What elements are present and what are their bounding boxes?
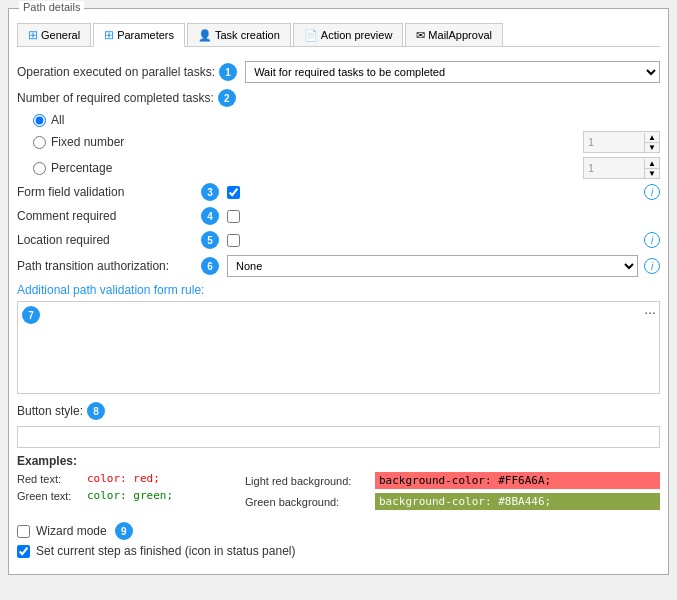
wizard-badge: 9 xyxy=(115,522,133,540)
radio-percentage-row: Percentage ▲ ▼ xyxy=(33,157,660,179)
location-row: Location required 5 i xyxy=(17,231,660,249)
radio-all-row: All xyxy=(33,113,660,127)
tab-mail-approval[interactable]: ✉ MailApproval xyxy=(405,23,503,46)
radio-all-label: All xyxy=(51,113,141,127)
red-text-label: Red text: xyxy=(17,473,87,485)
comment-checkbox[interactable] xyxy=(227,210,240,223)
tab-parameters-label: Parameters xyxy=(117,29,174,41)
location-info-icon[interactable]: i xyxy=(644,232,660,248)
tabs-bar: ⊞ General ⊞ Parameters 👤 Task creation 📄… xyxy=(17,23,660,47)
green-text-example-row: Green text: color: green; xyxy=(17,489,237,502)
button-style-input-row xyxy=(17,426,660,448)
form-field-badge: 3 xyxy=(201,183,219,201)
radio-percentage[interactable] xyxy=(33,162,46,175)
task-creation-tab-icon: 👤 xyxy=(198,29,212,42)
percentage-up-arrow[interactable]: ▲ xyxy=(645,159,659,169)
button-style-badge: 8 xyxy=(87,402,105,420)
action-preview-tab-icon: 📄 xyxy=(304,29,318,42)
required-label: Number of required completed tasks: xyxy=(17,91,214,105)
required-header-row: Number of required completed tasks: 2 xyxy=(17,89,660,107)
light-red-label: Light red background: xyxy=(245,475,375,487)
green-text-code: color: green; xyxy=(87,489,173,502)
tab-parameters[interactable]: ⊞ Parameters xyxy=(93,23,185,47)
location-label: Location required xyxy=(17,233,197,247)
operation-row: Operation executed on parallel tasks: 1 … xyxy=(17,61,660,83)
location-checkbox[interactable] xyxy=(227,234,240,247)
tab-task-creation[interactable]: 👤 Task creation xyxy=(187,23,291,46)
wizard-label: Wizard mode xyxy=(36,524,107,538)
set-current-label: Set current step as finished (icon in st… xyxy=(36,544,295,558)
radio-all[interactable] xyxy=(33,114,46,127)
comment-row: Comment required 4 xyxy=(17,207,660,225)
form-field-row: Form field validation 3 i xyxy=(17,183,660,201)
form-field-info-icon[interactable]: i xyxy=(644,184,660,200)
path-auth-label: Path transition authorization: xyxy=(17,259,197,273)
fixed-up-arrow[interactable]: ▲ xyxy=(645,133,659,143)
fixed-down-arrow[interactable]: ▼ xyxy=(645,143,659,152)
comment-label: Comment required xyxy=(17,209,197,223)
tab-task-creation-label: Task creation xyxy=(215,29,280,41)
additional-textarea-container: 7 ··· xyxy=(17,301,660,394)
tab-general[interactable]: ⊞ General xyxy=(17,23,91,46)
tab-action-preview-label: Action preview xyxy=(321,29,393,41)
mail-approval-tab-icon: ✉ xyxy=(416,29,425,42)
set-current-row: Set current step as finished (icon in st… xyxy=(17,544,660,558)
radio-fixed[interactable] xyxy=(33,136,46,149)
path-details-legend: Path details xyxy=(19,1,84,13)
operation-badge: 1 xyxy=(219,63,237,81)
form-field-checkbox[interactable] xyxy=(227,186,240,199)
green-bg-label: Green background: xyxy=(245,496,375,508)
general-tab-icon: ⊞ xyxy=(28,28,38,42)
light-red-code: background-color: #FF6A6A; xyxy=(375,472,660,489)
operation-select[interactable]: Wait for required tasks to be completed xyxy=(245,61,660,83)
examples-section: Examples: Red text: color: red; Green te… xyxy=(17,454,660,514)
additional-label: Additional path validation form rule: xyxy=(17,283,660,297)
percentage-down-arrow[interactable]: ▼ xyxy=(645,169,659,178)
parameters-content: Operation executed on parallel tasks: 1 … xyxy=(17,57,660,566)
path-auth-info-icon[interactable]: i xyxy=(644,258,660,274)
radio-fixed-label: Fixed number xyxy=(51,135,141,149)
path-details-panel: Path details ⊞ General ⊞ Parameters 👤 Ta… xyxy=(8,8,669,575)
wizard-row: Wizard mode 9 xyxy=(17,522,660,540)
green-bg-code: background-color: #8BA446; xyxy=(375,493,660,510)
light-red-example-row: Light red background: background-color: … xyxy=(245,472,660,489)
examples-left: Red text: color: red; Green text: color:… xyxy=(17,472,237,514)
red-text-code: color: red; xyxy=(87,472,160,485)
bottom-checkboxes: Wizard mode 9 Set current step as finish… xyxy=(17,522,660,558)
tab-general-label: General xyxy=(41,29,80,41)
green-text-label: Green text: xyxy=(17,490,87,502)
examples-grid: Red text: color: red; Green text: color:… xyxy=(17,472,660,514)
location-badge: 5 xyxy=(201,231,219,249)
examples-right: Light red background: background-color: … xyxy=(245,472,660,514)
green-bg-example-row: Green background: background-color: #8BA… xyxy=(245,493,660,510)
parameters-tab-icon: ⊞ xyxy=(104,28,114,42)
button-style-input[interactable] xyxy=(17,426,660,448)
additional-textarea[interactable] xyxy=(22,306,655,386)
tab-action-preview[interactable]: 📄 Action preview xyxy=(293,23,404,46)
path-auth-badge: 6 xyxy=(201,257,219,275)
button-style-label: Button style: xyxy=(17,404,83,418)
set-current-checkbox[interactable] xyxy=(17,545,30,558)
form-field-label: Form field validation xyxy=(17,185,197,199)
radio-fixed-row: Fixed number ▲ ▼ xyxy=(33,131,660,153)
operation-label: Operation executed on parallel tasks: xyxy=(17,65,215,79)
path-auth-select[interactable]: None xyxy=(227,255,638,277)
button-style-row: Button style: 8 xyxy=(17,402,660,420)
tab-mail-approval-label: MailApproval xyxy=(428,29,492,41)
examples-title: Examples: xyxy=(17,454,77,468)
additional-section: Additional path validation form rule: 7 … xyxy=(17,283,660,394)
fixed-number-input[interactable] xyxy=(584,132,644,152)
path-auth-row: Path transition authorization: 6 None i xyxy=(17,255,660,277)
additional-badge: 7 xyxy=(22,306,40,324)
comment-badge: 4 xyxy=(201,207,219,225)
required-badge: 2 xyxy=(218,89,236,107)
radio-percentage-label: Percentage xyxy=(51,161,141,175)
red-text-example-row: Red text: color: red; xyxy=(17,472,237,485)
percentage-input[interactable] xyxy=(584,158,644,178)
dots-button[interactable]: ··· xyxy=(644,305,656,319)
wizard-checkbox[interactable] xyxy=(17,525,30,538)
